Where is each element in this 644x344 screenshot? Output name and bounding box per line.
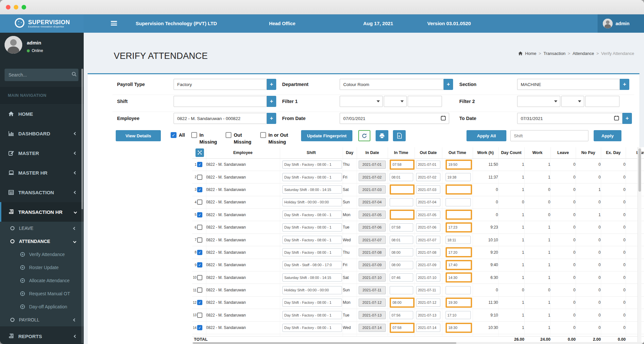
out-date-input[interactable] xyxy=(416,185,440,194)
to-date-add-button[interactable]: + xyxy=(622,113,632,124)
out-time-input[interactable] xyxy=(446,298,472,308)
in-date-input[interactable] xyxy=(359,248,386,256)
out-time-input[interactable] xyxy=(446,286,471,294)
filter1-input[interactable] xyxy=(408,96,442,107)
sidebar-item-transaction[interactable]: TRANSACTION xyxy=(0,182,84,202)
out-time-input[interactable] xyxy=(446,184,472,195)
view-details-button[interactable]: View Details xyxy=(116,130,161,141)
out-time-input[interactable] xyxy=(446,160,472,170)
in-date-input[interactable] xyxy=(359,273,386,282)
table-horizontal-scrollbar[interactable] xyxy=(192,342,644,344)
in-time-input[interactable] xyxy=(390,311,413,319)
apply-button[interactable]: Apply xyxy=(594,130,621,141)
apply-shift-input[interactable] xyxy=(510,130,588,141)
checkbox-all[interactable]: ✓ All xyxy=(171,132,185,138)
shift-cell-input[interactable] xyxy=(282,299,342,307)
sidebar-item-roster-update[interactable]: Roster Update xyxy=(0,261,84,274)
row-select-checkbox[interactable] xyxy=(197,225,202,230)
out-time-input[interactable] xyxy=(446,198,471,206)
calendar-icon[interactable] xyxy=(614,115,619,122)
sidebar-item-home[interactable]: HOME xyxy=(0,104,84,124)
out-date-input[interactable] xyxy=(416,173,440,181)
out-time-input[interactable] xyxy=(446,236,471,244)
out-time-input[interactable] xyxy=(446,260,472,270)
sidebar-item-verify-attendance[interactable]: Verify Attendance xyxy=(0,248,84,261)
in-time-input[interactable] xyxy=(390,236,413,244)
in-time-input[interactable] xyxy=(390,273,413,282)
sidebar-item-dashboard[interactable]: DASHBOARD xyxy=(0,124,84,143)
checkbox-out-missing[interactable]: Out Missing xyxy=(226,132,251,145)
calendar-icon[interactable] xyxy=(441,115,446,122)
checkbox-box[interactable] xyxy=(191,132,197,138)
filter1-select-1[interactable] xyxy=(340,96,383,107)
out-date-input[interactable] xyxy=(416,198,440,206)
in-date-input[interactable] xyxy=(359,286,386,294)
shift-cell-input[interactable] xyxy=(282,161,342,169)
breadcrumb-item[interactable]: Transaction xyxy=(543,51,565,56)
in-date-input[interactable] xyxy=(359,173,386,181)
shift-cell-input[interactable] xyxy=(282,198,342,206)
out-time-input[interactable] xyxy=(446,323,472,333)
sidebar-item-master-hr[interactable]: MASTER HR xyxy=(0,163,84,182)
in-time-input[interactable] xyxy=(390,286,413,294)
user-menu[interactable]: admin xyxy=(598,14,644,33)
in-time-input[interactable] xyxy=(390,210,415,220)
out-date-input[interactable] xyxy=(416,161,440,169)
in-date-input[interactable] xyxy=(359,236,386,244)
out-date-input[interactable] xyxy=(416,273,440,282)
window-zoom-button[interactable] xyxy=(22,5,26,9)
shift-cell-input[interactable] xyxy=(282,211,342,219)
brand-logo[interactable]: SUPERVISION Excellence •Innovation •Expe… xyxy=(0,14,84,33)
out-date-input[interactable] xyxy=(416,248,440,256)
sidebar-item-day-off-application[interactable]: Day-off Application xyxy=(0,300,84,313)
from-date-input[interactable] xyxy=(340,113,449,124)
in-time-input[interactable] xyxy=(390,198,413,206)
checkbox-in-or-out-missing[interactable]: In or Out Missing xyxy=(260,132,288,145)
in-date-input[interactable] xyxy=(359,161,386,169)
shift-cell-input[interactable] xyxy=(282,324,342,332)
in-time-input[interactable] xyxy=(390,298,415,308)
out-date-input[interactable] xyxy=(416,311,440,319)
row-select-checkbox[interactable] xyxy=(197,199,202,205)
in-time-input[interactable] xyxy=(390,261,413,269)
row-select-checkbox[interactable] xyxy=(197,175,202,180)
out-time-input[interactable] xyxy=(446,272,472,283)
to-date-input[interactable] xyxy=(517,113,622,124)
out-date-input[interactable] xyxy=(416,223,440,232)
breadcrumb-item[interactable]: Attendance xyxy=(572,51,594,56)
expand-table-button[interactable] xyxy=(195,148,204,157)
in-date-input[interactable] xyxy=(359,211,386,219)
checkbox-in-missing[interactable]: In Missing xyxy=(191,132,217,145)
shift-input[interactable] xyxy=(174,96,267,107)
out-time-input[interactable] xyxy=(446,311,471,319)
shift-cell-input[interactable] xyxy=(282,248,342,256)
shift-cell-input[interactable] xyxy=(282,286,342,294)
filter1-select-2[interactable] xyxy=(384,96,407,107)
in-time-input[interactable] xyxy=(390,223,413,232)
sidebar-toggle-icon[interactable] xyxy=(111,21,117,26)
out-time-input[interactable] xyxy=(446,210,472,220)
checkbox-box[interactable] xyxy=(226,132,231,138)
excel-export-button[interactable]: x xyxy=(393,130,406,141)
checkbox-box[interactable]: ✓ xyxy=(171,132,177,138)
out-time-input[interactable] xyxy=(446,247,472,257)
row-select-checkbox[interactable] xyxy=(197,287,202,293)
shift-add-button[interactable]: + xyxy=(267,96,276,107)
shift-cell-input[interactable] xyxy=(282,223,342,232)
in-time-input[interactable] xyxy=(390,173,413,181)
section-input[interactable] xyxy=(517,79,620,90)
shift-cell-input[interactable] xyxy=(282,173,342,181)
checkbox-box[interactable] xyxy=(260,132,266,138)
shift-cell-input[interactable] xyxy=(282,261,342,269)
sidebar-scrollbar[interactable] xyxy=(81,69,83,343)
filter2-input[interactable] xyxy=(585,96,619,107)
row-select-checkbox[interactable]: ✓ xyxy=(197,250,202,255)
sidebar-item-payroll[interactable]: PAYROLL xyxy=(0,313,84,326)
search-icon[interactable] xyxy=(72,72,77,78)
row-select-checkbox[interactable]: ✓ xyxy=(197,212,202,217)
refresh-button[interactable] xyxy=(358,130,370,141)
in-date-input[interactable] xyxy=(359,299,386,307)
in-time-input[interactable] xyxy=(390,323,415,333)
table-vertical-scrollbar[interactable] xyxy=(637,147,641,342)
filter2-select-1[interactable] xyxy=(517,96,560,107)
